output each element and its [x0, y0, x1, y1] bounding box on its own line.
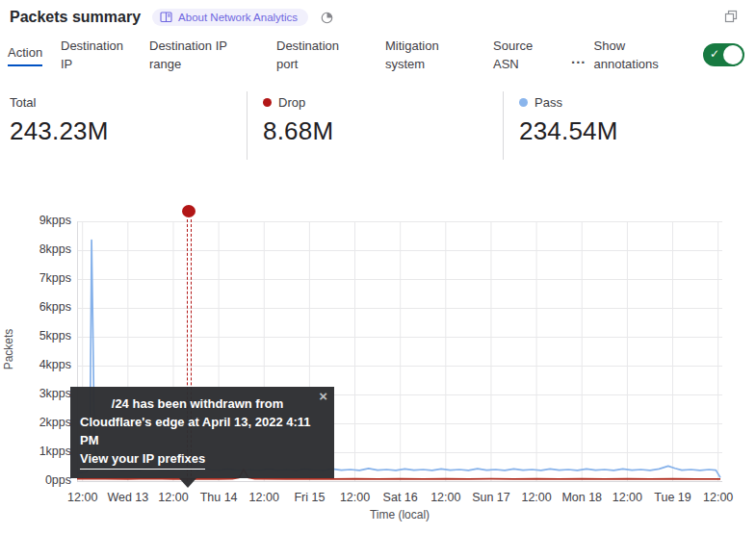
x-tick-label: 12:00 [613, 491, 642, 504]
x-tick-label: Mon 18 [561, 491, 602, 504]
show-annotations-label: Show annotations [594, 37, 681, 73]
expand-icon[interactable] [723, 9, 739, 28]
tooltip-line1: /24 has been withdrawn from [80, 394, 325, 413]
annotation-tooltip: × /24 has been withdrawn from Cloudflare… [70, 387, 334, 478]
book-icon [160, 12, 172, 23]
more-tabs-ellipsis[interactable]: ... [571, 46, 587, 64]
x-tick-label: Tue 19 [654, 491, 691, 504]
tab-destination-ip[interactable]: Destination IP [61, 37, 136, 73]
x-tick-label: Fri 15 [294, 491, 325, 504]
page-title: Packets summary [10, 9, 141, 26]
x-tick-label: Thu 14 [200, 491, 238, 504]
stat-total-label: Total [10, 95, 36, 110]
stat-drop-value: 8.68M [263, 116, 503, 146]
dimension-tabs: Action Destination IP Destination IP ran… [0, 26, 756, 78]
tab-destination-ip-range[interactable]: Destination IP range [149, 37, 253, 73]
summary-stats: Total 243.23M Drop 8.68M Pass 234.54M [0, 91, 756, 160]
pass-legend-dot [519, 98, 528, 107]
x-tick-label: 12:00 [340, 491, 370, 504]
tab-action[interactable]: Action [8, 43, 48, 66]
x-tick-label: 12:00 [158, 491, 188, 504]
stat-pass-value: 234.54M [519, 116, 618, 146]
pie-chart-icon [320, 11, 334, 25]
badge-label: About Network Analytics [178, 12, 298, 23]
stat-total: Total 243.23M [0, 91, 247, 160]
y-tick-label: 0pps [2, 473, 71, 487]
y-axis-title: Packets [2, 316, 15, 383]
y-tick-label: 8kpps [2, 242, 71, 256]
header: Packets summary About Network Analytics [0, 0, 756, 26]
y-tick-label: 9kpps [2, 214, 71, 227]
view-ip-prefixes-link[interactable]: View your IP prefixes [80, 449, 205, 470]
stat-total-value: 243.23M [10, 116, 247, 146]
close-icon[interactable]: × [319, 389, 327, 403]
x-tick-label: Sat 16 [383, 491, 418, 504]
drop-legend-dot [263, 98, 272, 107]
about-network-analytics-badge[interactable]: About Network Analytics [152, 9, 308, 26]
y-tick-label: 5kpps [2, 329, 71, 343]
toggle-knob [723, 45, 743, 64]
packets-summary-panel: Packets summary About Network Analytics [0, 0, 756, 534]
stat-pass-label: Pass [534, 95, 562, 110]
y-tick-label: 1kpps [2, 445, 71, 458]
stat-drop: Drop 8.68M [247, 91, 503, 160]
x-tick-label: 12:00 [703, 491, 733, 504]
x-tick-label: 12:00 [430, 491, 460, 504]
x-tick-label: Sun 17 [472, 491, 510, 504]
tooltip-line2: Cloudflare's edge at April 13, 2022 4:11… [80, 413, 325, 449]
tab-mitigation-system[interactable]: Mitigation system [385, 37, 470, 73]
y-tick-label: 7kpps [2, 271, 71, 285]
y-tick-label: 2kpps [2, 416, 71, 429]
x-tick-label: 12:00 [521, 491, 551, 504]
stat-drop-label: Drop [278, 95, 305, 110]
x-tick-label: 12:00 [249, 491, 279, 504]
show-annotations-toggle[interactable]: ✓ [703, 43, 744, 66]
tab-source-asn[interactable]: Source ASN [493, 37, 548, 73]
annotation-marker-dot[interactable] [182, 205, 196, 217]
x-tick-label: Wed 13 [107, 491, 148, 504]
x-tick-label: 12:00 [67, 491, 97, 504]
stat-pass: Pass 234.54M [503, 91, 618, 160]
check-icon: ✓ [710, 47, 719, 61]
y-tick-label: 3kpps [2, 387, 71, 400]
tooltip-arrow [179, 478, 196, 488]
x-axis-title: Time (local) [77, 508, 722, 521]
y-tick-label: 4kpps [2, 358, 71, 371]
tab-destination-port[interactable]: Destination port [276, 37, 362, 73]
y-tick-label: 6kpps [2, 300, 71, 314]
